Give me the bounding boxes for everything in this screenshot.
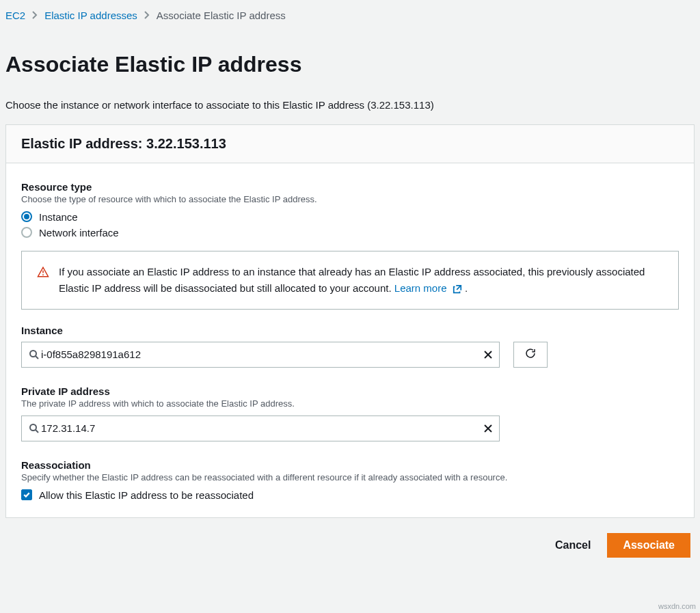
instance-input[interactable]: [40, 348, 483, 361]
reassociation-hint: Specify whether the Elastic IP address c…: [21, 472, 679, 482]
svg-line-7: [36, 430, 38, 433]
search-icon: [29, 349, 40, 360]
learn-more-link[interactable]: Learn more: [394, 282, 465, 294]
radio-network-interface[interactable]: [21, 227, 32, 238]
resource-type-label: Resource type: [21, 181, 679, 193]
page-title: Associate Elastic IP address: [0, 45, 700, 81]
page-subtitle: Choose the instance or network interface…: [0, 96, 700, 124]
radio-instance-label: Instance: [39, 211, 78, 223]
resource-type-hint: Choose the type of resource with which t…: [21, 194, 679, 204]
warning-alert: If you associate an Elastic IP address t…: [21, 251, 679, 310]
breadcrumb-eip-list[interactable]: Elastic IP addresses: [44, 10, 137, 21]
chevron-right-icon: [144, 10, 150, 21]
breadcrumb: EC2 Elastic IP addresses Associate Elast…: [0, 0, 700, 31]
refresh-icon: [524, 347, 537, 362]
breadcrumb-ec2[interactable]: EC2: [5, 10, 25, 21]
breadcrumb-current: Associate Elastic IP address: [157, 10, 286, 21]
private-ip-hint: The private IP address with which to ass…: [21, 398, 679, 409]
radio-network-interface-label: Network interface: [39, 227, 119, 239]
private-ip-input-wrapper[interactable]: [21, 416, 500, 441]
svg-line-3: [36, 356, 38, 359]
associate-panel: Elastic IP address: 3.22.153.113 Resourc…: [5, 124, 695, 518]
associate-button[interactable]: Associate: [607, 533, 690, 558]
warning-text-tail: .: [465, 282, 468, 294]
radio-instance[interactable]: [21, 211, 32, 222]
private-ip-label: Private IP address: [21, 385, 679, 397]
warning-text: If you associate an Elastic IP address t…: [59, 266, 645, 294]
svg-point-1: [42, 274, 44, 275]
external-link-icon: [453, 284, 462, 294]
clear-private-ip-button[interactable]: [483, 423, 494, 434]
footer-actions: Cancel Associate: [0, 518, 700, 570]
instance-label: Instance: [21, 325, 679, 336]
svg-point-2: [30, 351, 36, 357]
private-ip-input[interactable]: [40, 422, 483, 435]
search-icon: [29, 423, 40, 434]
refresh-instances-button[interactable]: [513, 342, 548, 368]
instance-input-wrapper[interactable]: [21, 342, 500, 368]
reassociation-checkbox[interactable]: [21, 489, 32, 500]
reassociation-checkbox-label: Allow this Elastic IP address to be reas…: [39, 489, 254, 501]
warning-icon: [37, 264, 49, 283]
panel-header: Elastic IP address: 3.22.153.113: [6, 125, 694, 163]
reassociation-label: Reassociation: [21, 459, 679, 471]
chevron-right-icon: [32, 10, 38, 21]
svg-point-6: [30, 424, 36, 431]
clear-instance-button[interactable]: [483, 349, 494, 360]
cancel-button[interactable]: Cancel: [551, 539, 595, 552]
